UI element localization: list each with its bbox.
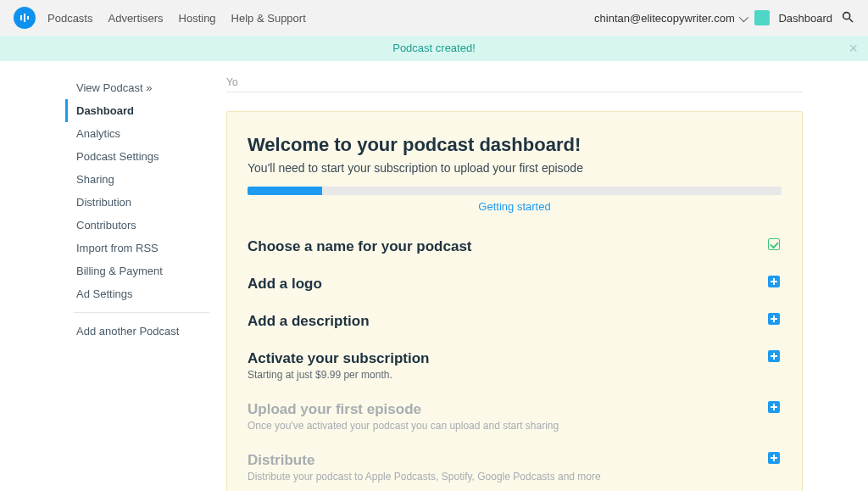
plus-icon[interactable] <box>768 401 780 413</box>
nav-advertisers[interactable]: Advertisers <box>108 12 163 25</box>
nav-podcasts[interactable]: Podcasts <box>47 12 92 25</box>
checklist-item-label: Upload your first episode <box>248 401 754 418</box>
sidebar-separator <box>74 312 209 313</box>
sidebar-item-import-from-rss[interactable]: Import from RSS <box>65 237 218 259</box>
success-banner: Podcast created! × <box>0 36 868 61</box>
checklist-item-label: Add a logo <box>248 276 754 293</box>
sidebar: View Podcast »DashboardAnalyticsPodcast … <box>65 76 218 491</box>
main-content: Yo Welcome to your podcast dashboard! Yo… <box>218 76 803 491</box>
plus-icon[interactable] <box>768 452 780 464</box>
sidebar-item-distribution[interactable]: Distribution <box>65 191 218 214</box>
nav-hosting[interactable]: Hosting <box>179 12 216 25</box>
svg-rect-0 <box>20 15 22 20</box>
checklist-item[interactable]: Choose a name for your podcast <box>248 228 782 265</box>
plus-icon[interactable] <box>768 350 780 362</box>
user-menu[interactable]: chintan@elitecopywriter.com <box>594 12 746 25</box>
sidebar-item-analytics[interactable]: Analytics <box>65 122 218 145</box>
checklist-item-sub: Once you've activated your podcast you c… <box>248 420 754 432</box>
search-icon[interactable] <box>841 10 854 26</box>
checklist-item-sub: Starting at just $9.99 per month. <box>248 369 754 381</box>
top-nav: Podcasts Advertisers Hosting Help & Supp… <box>47 12 306 25</box>
dashboard-link[interactable]: Dashboard <box>778 12 832 25</box>
progress-bar <box>248 187 782 195</box>
sidebar-add-another[interactable]: Add another Podcast <box>65 320 218 343</box>
welcome-card: Welcome to your podcast dashboard! You'l… <box>226 111 803 491</box>
svg-point-3 <box>843 12 850 19</box>
user-email: chintan@elitecopywriter.com <box>594 12 735 25</box>
chevron-down-icon <box>739 12 748 21</box>
banner-message: Podcast created! <box>392 42 476 54</box>
page-title: Yo <box>226 76 803 92</box>
check-icon <box>768 238 780 250</box>
sidebar-item-contributors[interactable]: Contributors <box>65 214 218 237</box>
svg-rect-2 <box>27 16 29 20</box>
svg-line-4 <box>849 19 853 22</box>
sidebar-item-view-podcast[interactable]: View Podcast » <box>65 76 218 99</box>
close-icon[interactable]: × <box>849 36 858 61</box>
svg-rect-1 <box>24 14 25 22</box>
welcome-heading: Welcome to your podcast dashboard! <box>248 134 782 156</box>
top-right: chintan@elitecopywriter.com Dashboard <box>594 10 854 26</box>
sidebar-item-dashboard[interactable]: Dashboard <box>65 99 218 122</box>
brand-logo[interactable] <box>14 7 36 29</box>
checklist-item[interactable]: Activate your subscriptionStarting at ju… <box>248 340 782 391</box>
checklist-item-label: Distribute <box>248 452 754 469</box>
plus-icon[interactable] <box>768 276 780 287</box>
checklist-item[interactable]: DistributeDistribute your podcast to App… <box>248 442 782 491</box>
welcome-subtitle: You'll need to start your subscription t… <box>248 161 782 175</box>
onboarding-checklist: Choose a name for your podcastAdd a logo… <box>248 228 782 491</box>
plus-icon[interactable] <box>768 313 780 325</box>
sidebar-item-billing-payment[interactable]: Billing & Payment <box>65 259 218 282</box>
checklist-item-label: Activate your subscription <box>248 350 754 367</box>
sidebar-item-podcast-settings[interactable]: Podcast Settings <box>65 145 218 168</box>
avatar[interactable] <box>754 10 770 25</box>
top-bar: Podcasts Advertisers Hosting Help & Supp… <box>0 0 868 36</box>
checklist-item-sub: Distribute your podcast to Apple Podcast… <box>248 471 754 483</box>
checklist-item[interactable]: Add a logo <box>248 265 782 303</box>
getting-started-link[interactable]: Getting started <box>248 200 782 213</box>
sidebar-item-ad-settings[interactable]: Ad Settings <box>65 282 218 305</box>
sidebar-item-sharing[interactable]: Sharing <box>65 168 218 191</box>
nav-help[interactable]: Help & Support <box>231 12 306 25</box>
checklist-item-label: Add a description <box>248 313 754 330</box>
checklist-item[interactable]: Upload your first episodeOnce you've act… <box>248 391 782 442</box>
checklist-item-label: Choose a name for your podcast <box>248 238 754 255</box>
checklist-item[interactable]: Add a description <box>248 303 782 340</box>
